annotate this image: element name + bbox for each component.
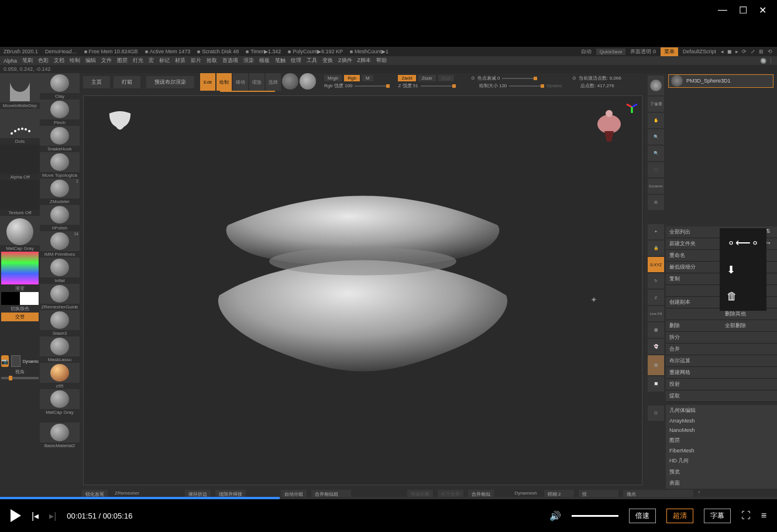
panel-option[interactable] xyxy=(721,367,777,378)
panel-option[interactable]: 拆分 xyxy=(666,332,721,343)
panel-option[interactable]: 提取 xyxy=(666,390,721,401)
mode-edit[interactable]: Edit xyxy=(200,73,215,91)
menu-zplugin[interactable]: Z插件 xyxy=(338,57,352,64)
zsub-button[interactable]: Zsub xyxy=(418,75,436,81)
brush-z95[interactable] xyxy=(40,363,80,383)
panel-option[interactable]: 布尔运算 xyxy=(666,355,721,366)
alt-button[interactable]: 交替 xyxy=(1,313,39,321)
panel-option[interactable] xyxy=(721,390,777,401)
panel-section-header[interactable]: 几何体编辑 xyxy=(666,405,777,416)
menu-render[interactable]: 渲染 xyxy=(243,57,254,64)
menu-picker[interactable]: 拾取 xyxy=(207,57,217,64)
menu-document[interactable]: 文档 xyxy=(54,57,64,64)
delete-icon[interactable]: 🗑 xyxy=(727,290,759,303)
panel-option[interactable]: 创建副本 xyxy=(666,297,721,308)
camera-icon[interactable]: 📷 xyxy=(1,355,9,367)
material-matcapgray[interactable] xyxy=(40,389,80,409)
menu-texture[interactable]: 纹理 xyxy=(291,57,301,64)
dynamesh-label[interactable]: Dynamesh xyxy=(513,490,539,496)
quality-button[interactable]: 超清 xyxy=(666,509,693,523)
brush-immprimitives[interactable]: 14 xyxy=(40,231,80,251)
menu-stroke[interactable]: 笔触 xyxy=(275,57,286,64)
draw-size[interactable]: 绘制大小 120 xyxy=(479,83,507,89)
menu-draw[interactable]: 绘制 xyxy=(70,57,80,64)
panel-option[interactable] xyxy=(666,308,721,320)
menu-marker[interactable]: 标记 xyxy=(159,57,170,64)
material-basic2[interactable] xyxy=(40,423,80,442)
volume-icon[interactable]: 🔊 xyxy=(549,510,561,521)
volume-slider[interactable] xyxy=(572,515,618,517)
alpha-slot[interactable] xyxy=(0,145,40,174)
panel-option[interactable] xyxy=(721,332,777,343)
brush-current[interactable] xyxy=(0,73,40,102)
brush-movetopo[interactable] xyxy=(40,152,80,172)
brush-snakehook[interactable] xyxy=(40,126,80,146)
speed-button[interactable]: 倍速 xyxy=(629,509,656,523)
tab-home[interactable]: 主页 xyxy=(83,76,110,88)
menu-help[interactable]: 帮助 xyxy=(376,57,387,64)
menu-brush[interactable]: 笔刷 xyxy=(22,57,33,64)
next-button[interactable]: ▸| xyxy=(49,510,56,521)
panel-section-header[interactable]: 图层 xyxy=(666,435,777,446)
panel-option[interactable]: 重命名 xyxy=(666,250,721,261)
menu-zscript[interactable]: Z脚本 xyxy=(357,57,372,64)
menu-tool[interactable]: 工具 xyxy=(307,57,317,64)
window-maximize[interactable]: ☐ xyxy=(739,5,747,16)
rail-thumbnail[interactable] xyxy=(648,75,664,95)
subtool-item[interactable]: PM3D_Sphere3D1 xyxy=(668,74,773,88)
panel-section-header[interactable]: 表面 xyxy=(666,478,777,489)
menu-color[interactable]: 色彩 xyxy=(38,57,49,64)
menu-light[interactable]: 灯光 xyxy=(133,57,143,64)
download-icon[interactable]: ⬇ xyxy=(727,263,759,276)
tool-indicator-icon[interactable]: 🔘 ⋮ xyxy=(760,58,773,64)
panel-section-header[interactable]: FiberMesh xyxy=(666,446,777,455)
fullscreen-icon[interactable]: ⛶ xyxy=(741,510,751,521)
rail-xpose[interactable]: ⊡ xyxy=(648,406,664,421)
rail-symmetry-xyz[interactable]: S·XYZ xyxy=(648,257,664,272)
subtitle-button[interactable]: 字幕 xyxy=(704,509,731,523)
menu-preferences[interactable]: 首选项 xyxy=(222,57,238,64)
panel-option[interactable] xyxy=(721,355,777,366)
thumbnail-icon[interactable] xyxy=(11,355,20,367)
material-slot[interactable] xyxy=(0,216,40,245)
tab-preset-render[interactable]: 预设布尔渲染 xyxy=(146,76,194,88)
m-button[interactable]: M xyxy=(362,75,373,81)
mode-draw[interactable]: 绘制 xyxy=(216,73,232,91)
rail-acsize[interactable]: ⬚ xyxy=(648,162,664,177)
rail-transparent[interactable]: 👻 xyxy=(648,339,664,354)
axis-gizmo-icon[interactable] xyxy=(625,101,638,114)
gizmo-toggle[interactable] xyxy=(282,73,298,90)
mode-scale[interactable]: 缩放 xyxy=(249,73,264,91)
tab-lightbox[interactable]: 灯箱 xyxy=(114,76,140,88)
menu-transform[interactable]: 变换 xyxy=(322,57,333,64)
brush-masklasso[interactable] xyxy=(40,337,80,356)
brush-inflat[interactable] xyxy=(40,258,80,277)
menu-material[interactable]: 材质 xyxy=(175,57,185,64)
rail-snap[interactable]: ✦ xyxy=(648,224,664,239)
window-minimize[interactable]: — xyxy=(718,5,727,16)
brush-hpolish[interactable] xyxy=(40,205,80,225)
menu-edit[interactable]: 编辑 xyxy=(85,57,96,64)
rail-zoom3d[interactable]: 🔍 xyxy=(648,129,664,145)
stroke-dots[interactable] xyxy=(0,109,40,138)
zcut-button[interactable]: Zcut xyxy=(438,75,455,81)
panel-option[interactable]: 全部删除 xyxy=(721,320,777,331)
texture-slot[interactable] xyxy=(0,180,40,210)
playlist-icon[interactable]: ≡ xyxy=(761,510,766,521)
rgb-intensity[interactable]: Rgb 强度 100 xyxy=(324,83,352,89)
rail-move[interactable]: ✋ xyxy=(648,113,664,128)
rail-dynamic[interactable]: Dynamic xyxy=(648,179,664,194)
share-icon[interactable]: ⚬⟵⚬ xyxy=(727,236,759,249)
menu-alpha[interactable]: Alpha xyxy=(4,58,17,64)
panel-section-header[interactable]: 预览 xyxy=(666,466,777,478)
color-swatches[interactable] xyxy=(1,292,39,305)
rail-z[interactable]: Z xyxy=(648,290,664,305)
ui-transparency[interactable]: 界面透明 0 xyxy=(630,48,656,56)
panel-option[interactable]: 最低级细分 xyxy=(666,262,721,273)
menu-layer[interactable]: 图层 xyxy=(117,57,128,64)
brush-clay[interactable] xyxy=(40,73,80,93)
brush-zremesherguide[interactable] xyxy=(40,284,80,304)
menu-file[interactable]: 文件 xyxy=(101,57,112,64)
rgb-button[interactable]: Rgb xyxy=(344,75,360,81)
sculptris-toggle[interactable] xyxy=(300,73,316,90)
